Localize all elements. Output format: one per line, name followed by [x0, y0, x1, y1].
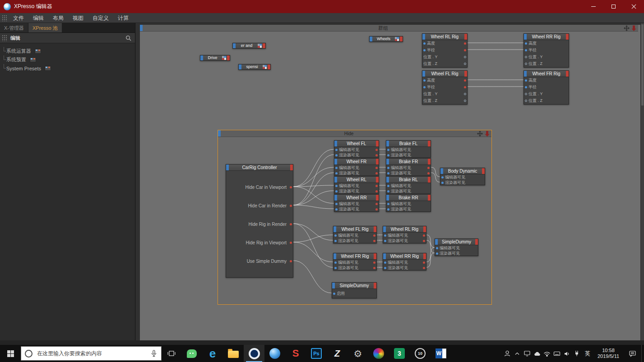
node-output-corner[interactable] — [376, 159, 379, 165]
output-port[interactable] — [375, 185, 378, 187]
taskbar-app-photoshop[interactable]: Ps — [306, 345, 327, 362]
input-port[interactable] — [525, 86, 527, 88]
collapse-down-icon[interactable] — [631, 25, 636, 31]
node-wheel-fr[interactable]: Wheel FR编辑器可见渲染器可见 — [334, 158, 379, 176]
input-port[interactable] — [387, 203, 389, 205]
node-output-corner[interactable] — [227, 55, 230, 60]
node-output-corner[interactable] — [566, 34, 569, 40]
tree-item-system-presets[interactable]: System Presets — [0, 64, 135, 73]
node-simple-dummy[interactable]: SimpleDummy编辑器可见渲染器可见 — [435, 238, 478, 256]
menu-file[interactable]: 文件 — [9, 13, 28, 23]
node-output-corner[interactable] — [482, 168, 485, 174]
node-output-corner[interactable] — [428, 141, 431, 147]
menu-view[interactable]: 视图 — [68, 13, 88, 23]
node-brake-rl[interactable]: Brake RL编辑器可见渲染器可见 — [386, 176, 431, 194]
taskbar-app-wechat[interactable] — [181, 345, 202, 362]
tray-keyboard-button[interactable] — [552, 345, 562, 362]
tray-hidden-icons-button[interactable] — [512, 345, 522, 362]
output-port[interactable] — [464, 56, 466, 58]
taskbar-clock[interactable]: 10:58 2019/5/11 — [593, 345, 623, 362]
output-port[interactable] — [423, 267, 425, 269]
output-port[interactable] — [290, 205, 292, 207]
node-output-corner[interactable] — [268, 64, 270, 69]
node-wheel-rl-rig-vis[interactable]: Wheel RL Rig编辑器可见渲染器可见 — [383, 226, 426, 243]
input-port[interactable] — [335, 172, 338, 174]
input-port[interactable] — [525, 56, 527, 58]
taskbar-app-blue-sphere[interactable] — [264, 345, 285, 362]
node-simple-dummy-enable[interactable]: SimpleDummy启用 — [332, 282, 377, 298]
output-port[interactable] — [464, 42, 466, 45]
input-port[interactable] — [335, 167, 338, 169]
node-carrig-controller[interactable]: CarRig ControllerHide Car in ViewportHid… — [226, 164, 293, 278]
scrollbar-thumb[interactable] — [641, 24, 644, 105]
output-port[interactable] — [464, 86, 466, 88]
node-output-corner[interactable] — [374, 253, 376, 259]
input-port[interactable] — [423, 49, 426, 51]
input-port[interactable] — [335, 203, 338, 205]
output-port[interactable] — [464, 93, 466, 95]
output-port[interactable] — [290, 186, 292, 188]
output-port[interactable] — [464, 79, 466, 82]
output-port[interactable] — [423, 240, 425, 242]
input-port[interactable] — [335, 190, 338, 192]
input-port[interactable] — [387, 149, 389, 151]
node-brake-rr[interactable]: Brake RR编辑器可见渲染器可见 — [386, 194, 431, 212]
node-output-corner[interactable] — [290, 165, 293, 170]
node-output-corner[interactable] — [374, 226, 376, 232]
node-wheel-rr-rig[interactable]: Wheel RR Rig高度半径位置 . Y位置 . Z — [524, 33, 569, 68]
node-output-corner[interactable] — [374, 283, 376, 289]
start-button[interactable] — [0, 345, 21, 362]
output-port[interactable] — [373, 234, 375, 237]
output-port[interactable] — [375, 167, 378, 169]
taskbar-app-edge[interactable]: e — [202, 345, 223, 362]
output-port[interactable] — [290, 260, 292, 262]
node-output-corner[interactable] — [263, 43, 265, 48]
taskbar-app-color-sphere[interactable] — [368, 345, 389, 362]
node-wheel-rr-rig-vis[interactable]: Wheel RR Rig编辑器可见渲染器可见 — [383, 253, 426, 270]
node-output-corner[interactable] — [376, 141, 379, 147]
taskbar-app-s[interactable]: S — [285, 345, 306, 362]
input-port[interactable] — [436, 247, 438, 249]
node-wheel-fr-rig-vis[interactable]: Wheel FR Rig编辑器可见渲染器可见 — [333, 253, 377, 270]
taskbar-search-input[interactable] — [36, 350, 147, 357]
taskbar-app-zbrush[interactable]: Z — [327, 345, 347, 362]
input-port[interactable] — [384, 267, 386, 269]
node-output-corner[interactable] — [464, 34, 467, 40]
input-port[interactable] — [387, 172, 389, 174]
node-output-corner[interactable] — [566, 71, 569, 77]
output-port[interactable] — [375, 190, 378, 192]
tab-xpresso-pool[interactable]: XPresso 池 — [28, 23, 62, 32]
input-port[interactable] — [423, 86, 426, 88]
node-wheel-rr[interactable]: Wheel RR编辑器可见渲染器可见 — [334, 194, 379, 212]
input-port[interactable] — [334, 240, 337, 242]
input-port[interactable] — [384, 234, 386, 237]
node-output-corner[interactable] — [428, 195, 431, 201]
output-port[interactable] — [290, 223, 292, 225]
tray-display-button[interactable] — [522, 345, 532, 362]
menu-edit[interactable]: 编辑 — [28, 13, 48, 23]
node-output-corner[interactable] — [376, 177, 379, 183]
tree-item-system-operators[interactable]: 系统运算器 — [0, 47, 135, 55]
node-wheel-rl-rig[interactable]: Wheel RL Rig高度半径位置 . Y位置 . Z — [422, 33, 468, 68]
node-output-corner[interactable] — [475, 239, 478, 245]
input-port[interactable] — [525, 49, 527, 51]
search-icon[interactable] — [125, 35, 131, 41]
node-wheel-fr-rig[interactable]: Wheel FR Rig高度半径位置 . Y位置 . Z — [524, 70, 569, 105]
input-port[interactable] — [436, 252, 438, 255]
input-port[interactable] — [525, 100, 527, 102]
move-icon[interactable] — [624, 25, 630, 31]
menu-layout[interactable]: 布局 — [48, 13, 68, 23]
input-port[interactable] — [335, 185, 338, 187]
input-port[interactable] — [387, 167, 389, 169]
input-port[interactable] — [335, 208, 338, 211]
node-body-dynamic[interactable]: Body Dynamic编辑器可见渲染器可见 — [440, 168, 485, 185]
node-drive[interactable]: Drive — [200, 55, 230, 61]
canvas-vertical-scrollbar[interactable] — [640, 23, 644, 340]
input-port[interactable] — [334, 261, 337, 264]
taskbar-app-settings[interactable]: ⚙ — [347, 345, 368, 362]
input-port[interactable] — [525, 42, 527, 45]
output-port[interactable] — [373, 240, 375, 242]
input-port[interactable] — [423, 79, 426, 82]
input-port[interactable] — [387, 154, 389, 156]
taskbar-app-file-explorer[interactable] — [223, 345, 244, 362]
